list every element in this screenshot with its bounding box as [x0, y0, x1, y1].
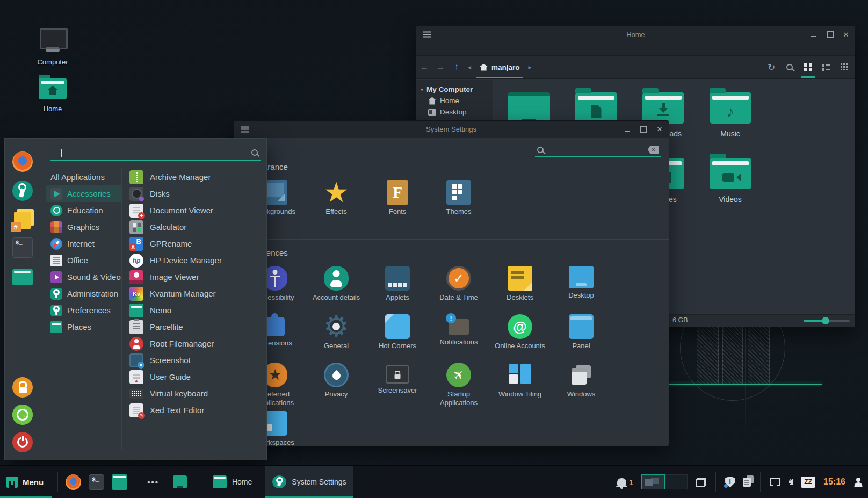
favorite-app-icon[interactable] [14, 212, 31, 229]
settings-item[interactable]: Desklets [489, 266, 551, 314]
app-menu-item[interactable]: Document Viewer [129, 202, 263, 219]
volume-applet[interactable] [789, 478, 793, 486]
zoom-slider-handle[interactable] [822, 317, 829, 324]
breadcrumb-right-chevron-icon[interactable]: ▸ [525, 63, 535, 71]
fm-folder[interactable]: Music [697, 88, 764, 154]
settings-search-input[interactable] [535, 143, 661, 157]
session-button-icon[interactable] [12, 432, 33, 452]
launcher-icon[interactable] [112, 474, 127, 490]
settings-item[interactable]: Online Accounts [489, 314, 551, 363]
launcher-icon[interactable] [89, 474, 104, 490]
settings-item[interactable]: Fonts [367, 180, 428, 236]
up-icon[interactable]: ↑ [449, 62, 465, 73]
app-menu-item[interactable]: Screenshot [129, 352, 263, 369]
hamburger-icon[interactable] [423, 32, 431, 38]
category-item[interactable]: Places [46, 319, 121, 335]
breadcrumb-left-chevron-icon[interactable]: ◂ [465, 63, 474, 71]
fm-sidebar-item[interactable]: Desktop [416, 106, 493, 118]
category-item[interactable]: Office [46, 252, 121, 269]
settings-item[interactable]: Hot Corners [367, 314, 428, 363]
list-view-icon[interactable] [821, 62, 831, 73]
category-item[interactable]: Education [46, 202, 121, 219]
workspace-1-active[interactable] [641, 474, 665, 489]
clear-search-icon[interactable] [648, 146, 659, 154]
display-icon[interactable] [770, 478, 780, 486]
close-button[interactable] [842, 31, 850, 38]
window-button[interactable]: System Settings [265, 466, 353, 498]
category-item[interactable]: Administration [46, 285, 121, 302]
app-menu-item[interactable]: User Guide [129, 369, 263, 385]
workspace-2[interactable] [665, 474, 688, 489]
category-item[interactable]: Internet [46, 235, 121, 252]
fm-sidebar-item[interactable]: Home [416, 95, 493, 106]
favorite-app-icon[interactable] [12, 151, 33, 172]
category-item[interactable]: All Applications [46, 169, 121, 185]
app-menu-item[interactable]: Archive Manager [129, 169, 263, 185]
user-icon[interactable] [853, 478, 863, 487]
app-menu-item[interactable]: Image Viewer [129, 269, 263, 285]
menu-search-input[interactable] [50, 145, 261, 161]
forward-icon[interactable]: → [432, 62, 449, 73]
maximize-button[interactable] [826, 31, 834, 38]
settings-item[interactable]: Effects [306, 180, 367, 236]
settings-item[interactable]: Applets [367, 266, 428, 314]
compact-view-icon[interactable] [839, 62, 850, 73]
window-button[interactable] [165, 466, 205, 498]
settings-titlebar[interactable]: System Settings [234, 121, 669, 138]
session-button-icon[interactable] [12, 377, 33, 398]
category-item[interactable]: Accessories [46, 185, 121, 202]
settings-item[interactable]: Privacy [306, 363, 367, 411]
app-menu-item[interactable]: Root Filemanager [129, 335, 263, 352]
settings-item[interactable]: Account details [306, 266, 367, 314]
app-menu-item[interactable]: Parcellite [129, 319, 263, 335]
back-icon[interactable]: ← [416, 62, 432, 73]
settings-item[interactable]: Date & Time [428, 266, 489, 314]
search-icon[interactable] [784, 62, 795, 73]
grouped-windows-button[interactable]: ••• [141, 478, 165, 487]
settings-item[interactable]: Panel [551, 314, 612, 363]
window-list-icon[interactable] [696, 478, 706, 487]
favorite-app-icon[interactable] [12, 181, 33, 201]
app-menu-item[interactable]: Virtual keyboard [129, 385, 263, 402]
app-menu-item[interactable]: HP Device Manager [129, 252, 263, 269]
category-item[interactable]: Graphics [46, 219, 121, 235]
settings-item[interactable]: Themes [428, 180, 489, 236]
category-item[interactable]: Sound & Video [46, 269, 121, 285]
firewall-shield-icon[interactable] [725, 477, 735, 488]
desktop-icon[interactable]: Home [31, 78, 74, 113]
favorite-app-icon[interactable] [12, 237, 33, 258]
desktop-icon[interactable]: Computer [31, 28, 74, 66]
app-menu-item[interactable]: Xed Text Editor [129, 402, 263, 418]
fm-folder[interactable]: Videos [697, 154, 764, 219]
reload-icon[interactable]: ↻ [766, 62, 777, 73]
minimize-button[interactable] [624, 126, 631, 133]
hamburger-icon[interactable] [241, 126, 249, 132]
settings-item[interactable]: General [306, 314, 367, 363]
breadcrumb[interactable]: manjaro [474, 56, 525, 78]
minimize-button[interactable] [810, 31, 818, 38]
settings-item[interactable]: Windows [551, 363, 612, 411]
settings-item[interactable]: Startup Applications [428, 363, 489, 411]
close-button[interactable] [656, 126, 663, 133]
workspace-switcher[interactable] [641, 474, 688, 489]
session-button-icon[interactable] [12, 405, 33, 425]
fm-sidebar-section[interactable]: ▾ My Computer [416, 84, 493, 95]
fm-titlebar[interactable]: Home [416, 26, 855, 43]
app-menu-item[interactable]: Galculator [129, 219, 263, 235]
keyboard-layout-badge[interactable]: ZZ [801, 477, 815, 488]
settings-item[interactable]: Notifications [428, 314, 489, 363]
settings-item[interactable]: Screensaver [367, 363, 428, 411]
clipboard-icon[interactable] [743, 478, 751, 487]
maximize-button[interactable] [640, 126, 647, 133]
settings-item[interactable]: Window Tiling [489, 363, 551, 411]
window-button[interactable]: Home [205, 466, 265, 498]
settings-item[interactable]: Desktop [551, 266, 612, 314]
favorite-app-icon[interactable] [12, 269, 33, 285]
app-menu-item[interactable]: Disks [129, 185, 263, 202]
collapse-triangle-icon[interactable]: ▾ [421, 86, 423, 92]
notification-applet[interactable]: 1 [617, 478, 633, 487]
clock[interactable]: 15:16 [823, 477, 845, 487]
category-item[interactable]: Preferences [46, 302, 121, 319]
app-menu-item[interactable]: GPRename [129, 235, 263, 252]
app-menu-item[interactable]: Nemo [129, 302, 263, 319]
